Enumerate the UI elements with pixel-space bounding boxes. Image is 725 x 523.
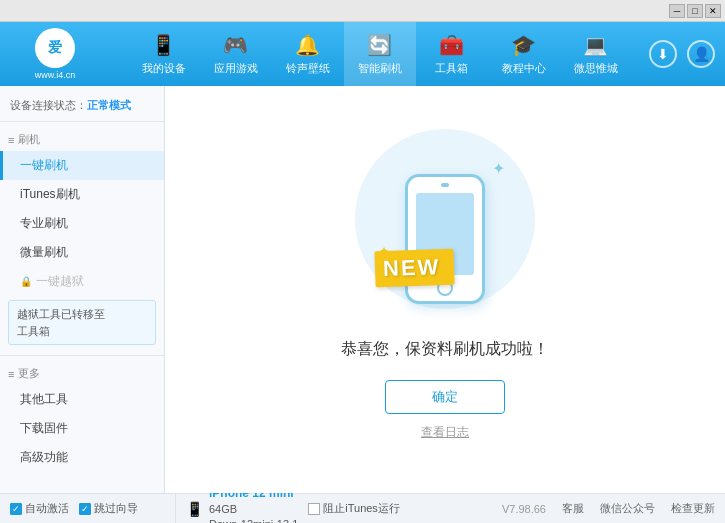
main-content: NEW ✦ ✦ ✦ 恭喜您，保资料刷机成功啦！ 确定 查看日志 — [165, 86, 725, 493]
auto-connect-check-icon: ✓ — [10, 503, 22, 515]
pro-flash-label: 专业刷机 — [20, 215, 68, 232]
version-text: V7.98.66 — [502, 503, 546, 515]
content-area: 设备连接状态：正常模式 ≡ 刷机 一键刷机 iTunes刷机 专业刷机 微量刷机… — [0, 86, 725, 493]
bottom-bar: ✓ 自动激活 ✓ 跳过向导 📱 iPhone 12 mini 64GB Down… — [0, 493, 725, 523]
header: 爱 www.i4.cn 📱 我的设备 🎮 应用游戏 🔔 铃声壁纸 🔄 智能刷机 … — [0, 22, 725, 86]
sidebar-item-download-firmware[interactable]: 下载固件 — [0, 414, 164, 443]
section-more: ≡ 更多 — [0, 362, 164, 385]
nav-tutorial-label: 教程中心 — [502, 61, 546, 76]
nav-apps-games-label: 应用游戏 — [214, 61, 258, 76]
download-button[interactable]: ⬇ — [649, 40, 677, 68]
skip-wizard-check-icon: ✓ — [79, 503, 91, 515]
success-message: 恭喜您，保资料刷机成功啦！ — [341, 339, 549, 360]
tutorial-icon: 🎓 — [511, 33, 536, 57]
close-btn[interactable]: ✕ — [705, 4, 721, 18]
nav-my-device[interactable]: 📱 我的设备 — [128, 22, 200, 86]
sparkle-icon: ✦ — [492, 159, 505, 178]
nav-my-device-label: 我的设备 — [142, 61, 186, 76]
phone-speaker — [441, 183, 449, 187]
confirm-button[interactable]: 确定 — [385, 380, 505, 414]
sidebar-item-itunes-flash[interactable]: iTunes刷机 — [0, 180, 164, 209]
notice-text: 越狱工具已转移至工具箱 — [17, 308, 105, 337]
sidebar-item-micro-flash[interactable]: 微量刷机 — [0, 238, 164, 267]
ribbon: NEW ✦ ✦ — [375, 250, 454, 286]
sidebar: 设备连接状态：正常模式 ≡ 刷机 一键刷机 iTunes刷机 专业刷机 微量刷机… — [0, 86, 165, 493]
bottom-right: V7.98.66 客服 微信公众号 检查更新 — [502, 501, 715, 516]
auto-connect-checkbox[interactable]: ✓ 自动激活 — [10, 501, 69, 516]
skip-wizard-label: 跳过向导 — [94, 501, 138, 516]
check-update-link[interactable]: 检查更新 — [671, 501, 715, 516]
window-controls[interactable]: ─ □ ✕ — [669, 4, 721, 18]
logo-url: www.i4.cn — [35, 70, 76, 80]
advanced-label: 高级功能 — [20, 449, 68, 466]
user-button[interactable]: 👤 — [687, 40, 715, 68]
logo-icon: 爱 — [35, 28, 75, 68]
skip-wizard-checkbox[interactable]: ✓ 跳过向导 — [79, 501, 138, 516]
micro-flash-label: 微量刷机 — [20, 244, 68, 261]
learn-link[interactable]: 查看日志 — [421, 424, 469, 441]
one-click-flash-label: 一键刷机 — [20, 157, 68, 174]
stop-itunes-item[interactable]: 阻止iTunes运行 — [308, 501, 502, 516]
ringtones-icon: 🔔 — [295, 33, 320, 57]
nav-smart-shop-label: 智能刷机 — [358, 61, 402, 76]
header-right: ⬇ 👤 — [649, 40, 715, 68]
sidebar-item-pro-flash[interactable]: 专业刷机 — [0, 209, 164, 238]
more-icon: ≡ — [8, 368, 14, 380]
notice-box: 越狱工具已转移至工具箱 — [8, 300, 156, 345]
nav-toolbox-label: 工具箱 — [435, 61, 468, 76]
illustration-wrap: NEW ✦ ✦ ✦ — [355, 139, 535, 339]
nav-toolbox[interactable]: 🧰 工具箱 — [416, 22, 488, 86]
status-bar: 设备连接状态：正常模式 — [0, 94, 164, 122]
jailbreak-label: 一键越狱 — [36, 273, 84, 290]
nav-apps-games[interactable]: 🎮 应用游戏 — [200, 22, 272, 86]
ribbon-star-right: ✦ — [444, 246, 452, 257]
title-bar: ─ □ ✕ — [0, 0, 725, 22]
status-value: 正常模式 — [87, 99, 131, 111]
section-more-label: 更多 — [18, 366, 40, 381]
minimize-btn[interactable]: ─ — [669, 4, 685, 18]
nav-tutorial[interactable]: 🎓 教程中心 — [488, 22, 560, 86]
nav-bar: 📱 我的设备 🎮 应用游戏 🔔 铃声壁纸 🔄 智能刷机 🧰 工具箱 🎓 教程中心… — [110, 22, 649, 86]
section-flash: ≡ 刷机 — [0, 128, 164, 151]
weibo-mall-icon: 💻 — [583, 33, 608, 57]
stop-itunes-checkbox[interactable] — [308, 503, 320, 515]
bottom-left: ✓ 自动激活 ✓ 跳过向导 — [10, 501, 175, 516]
sidebar-divider — [0, 355, 164, 356]
sidebar-item-other-tools[interactable]: 其他工具 — [0, 385, 164, 414]
section-flash-label: 刷机 — [18, 132, 40, 147]
section-icon: ≡ — [8, 134, 14, 146]
nav-ringtones-label: 铃声壁纸 — [286, 61, 330, 76]
device-model: Down-12mini-13,1 — [209, 517, 298, 523]
ribbon-star-left: ✦ — [379, 244, 389, 258]
nav-weibo-mall[interactable]: 💻 微思惟城 — [560, 22, 632, 86]
nav-ringtones[interactable]: 🔔 铃声壁纸 — [272, 22, 344, 86]
device-storage: 64GB — [209, 502, 298, 517]
itunes-flash-label: iTunes刷机 — [20, 186, 80, 203]
wechat-public-link[interactable]: 微信公众号 — [600, 501, 655, 516]
sidebar-item-advanced[interactable]: 高级功能 — [0, 443, 164, 472]
maximize-btn[interactable]: □ — [687, 4, 703, 18]
nav-smart-shop[interactable]: 🔄 智能刷机 — [344, 22, 416, 86]
logo-area[interactable]: 爱 www.i4.cn — [10, 28, 100, 80]
apps-games-icon: 🎮 — [223, 33, 248, 57]
smart-shop-icon: 🔄 — [367, 33, 392, 57]
sidebar-item-one-click-flash[interactable]: 一键刷机 — [0, 151, 164, 180]
download-firmware-label: 下载固件 — [20, 420, 68, 437]
customer-service-link[interactable]: 客服 — [562, 501, 584, 516]
sidebar-item-jailbreak: 🔒 一键越狱 — [0, 267, 164, 296]
toolbox-icon: 🧰 — [439, 33, 464, 57]
other-tools-label: 其他工具 — [20, 391, 68, 408]
status-prefix: 设备连接状态： — [10, 99, 87, 111]
bottom-center: 阻止iTunes运行 — [308, 501, 502, 516]
device-phone-icon: 📱 — [186, 501, 203, 517]
my-device-icon: 📱 — [151, 33, 176, 57]
ribbon-text: NEW — [383, 254, 441, 281]
nav-weibo-mall-label: 微思惟城 — [574, 61, 618, 76]
auto-connect-label: 自动激活 — [25, 501, 69, 516]
stop-itunes-label: 阻止iTunes运行 — [323, 501, 400, 516]
